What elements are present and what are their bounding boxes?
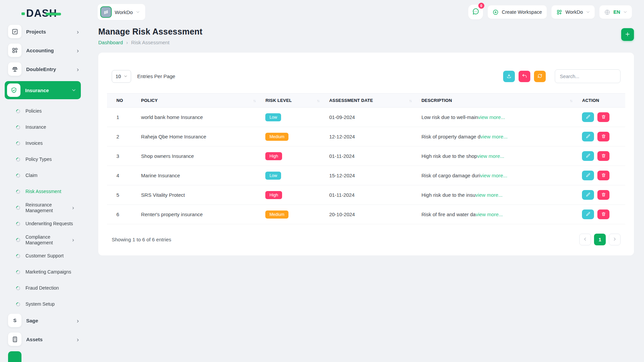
- sidebar-subitem-customer-support[interactable]: Customer Support: [16, 249, 82, 263]
- cell-no: 4: [107, 166, 137, 185]
- topbar-actions: 0 Create Workspace WorkDo EN: [468, 5, 632, 19]
- sidebar-item-projects[interactable]: Projects ›: [5, 25, 82, 38]
- view-more-link[interactable]: view more...: [480, 173, 507, 178]
- previous-page-button[interactable]: [579, 234, 591, 245]
- tasks-icon: [8, 25, 21, 38]
- cell-policy: Shop owners Insurance: [137, 146, 262, 166]
- breadcrumb-dashboard-link[interactable]: Dashboard: [98, 40, 123, 45]
- sidebar-item-doubleentry[interactable]: DoubleEntry ›: [5, 62, 82, 76]
- search-input[interactable]: [555, 69, 621, 83]
- delete-button[interactable]: [597, 151, 609, 161]
- edit-button[interactable]: [582, 209, 594, 219]
- edit-button[interactable]: [582, 151, 594, 161]
- sidebar-subitem-label: Invoices: [25, 140, 76, 146]
- chevron-right-icon: ›: [72, 204, 82, 211]
- chat-icon: [472, 8, 479, 16]
- view-more-link[interactable]: view more...: [475, 192, 502, 198]
- chevron-left-icon: [583, 237, 587, 242]
- cell-action: [578, 146, 625, 166]
- create-workspace-button[interactable]: Create Workspace: [488, 5, 547, 19]
- refresh-button[interactable]: [534, 71, 546, 82]
- delete-button[interactable]: [597, 112, 609, 122]
- sidebar-subitem-policy-types[interactable]: Policy Types: [16, 153, 82, 166]
- table-header-row: NOPOLICY↑↓RISK LEVEL↑↓ASSESSMENT DATE↑↓D…: [107, 94, 625, 108]
- column-header-risk-level[interactable]: RISK LEVEL↑↓: [261, 94, 325, 108]
- sidebar-subitem-underwriting-requests[interactable]: Underwriting Requests: [16, 217, 82, 231]
- sidebar-subitem-label: Reinsurance Management: [25, 202, 67, 214]
- sidebar-item-label: Projects: [26, 29, 72, 35]
- breadcrumb: Dashboard › Risk Assessment: [98, 40, 203, 45]
- delete-button[interactable]: [597, 190, 609, 200]
- reset-button[interactable]: [519, 71, 530, 82]
- cell-description: Risk of fire and water daview more...: [417, 205, 578, 224]
- bullet-circle-icon: [15, 269, 21, 275]
- edit-button[interactable]: [582, 112, 594, 122]
- workspace-switcher[interactable]: WorkDo: [98, 4, 145, 20]
- column-header-policy[interactable]: POLICY↑↓: [137, 94, 262, 108]
- cell-risk-level: Low: [261, 166, 325, 185]
- plus-circle-icon: [492, 9, 499, 15]
- pencil-icon: [586, 114, 591, 120]
- edit-button[interactable]: [582, 171, 594, 180]
- pencil-icon: [586, 192, 591, 198]
- sidebar-subitem-system-setup[interactable]: System Setup: [16, 298, 82, 311]
- sidebar-item-insurance[interactable]: Insurance: [5, 81, 81, 99]
- calculator-icon: [8, 333, 21, 346]
- next-page-button[interactable]: [609, 234, 621, 245]
- sidebar-subitem-label: Underwriting Requests: [25, 221, 76, 227]
- column-header-action[interactable]: ACTION: [578, 94, 625, 108]
- cell-no: 2: [107, 127, 137, 146]
- view-more-link[interactable]: view more...: [480, 134, 507, 139]
- cell-description: Risk of cargo damage duriview more...: [417, 166, 578, 185]
- download-icon: [506, 73, 512, 80]
- sidebar-item-assets[interactable]: Assets ›: [5, 333, 82, 346]
- view-more-link[interactable]: view more...: [477, 153, 504, 159]
- page-number-button[interactable]: 1: [594, 234, 606, 245]
- add-risk-assessment-button[interactable]: [621, 28, 634, 41]
- sidebar-subitem-fraud-detection[interactable]: Fraud Detection: [16, 282, 82, 295]
- edit-button[interactable]: [582, 132, 594, 141]
- column-header-assessment-date[interactable]: ASSESSMENT DATE↑↓: [325, 94, 417, 108]
- risk-level-badge: Medium: [265, 210, 288, 219]
- workspace-menu-label: WorkDo: [566, 9, 583, 15]
- column-header-description[interactable]: DESCRIPTION↑↓: [417, 94, 578, 108]
- dash-logo[interactable]: DASH: [0, 7, 86, 20]
- sidebar-subitem-claim[interactable]: Claim: [16, 169, 82, 182]
- sidebar-subitem-marketing-campaigns[interactable]: Marketing Campaigns: [16, 265, 82, 279]
- shield-icon: [7, 83, 20, 97]
- sidebar-subitem-risk-assessment[interactable]: Risk Assessment: [16, 185, 82, 198]
- view-more-link[interactable]: view more...: [478, 114, 505, 120]
- export-button[interactable]: [503, 71, 515, 82]
- sidebar-item-label: Insurance: [25, 87, 67, 93]
- sort-icon: ↑↓: [253, 99, 257, 103]
- delete-button[interactable]: [597, 132, 609, 141]
- column-header-no[interactable]: NO: [107, 94, 137, 108]
- view-more-link[interactable]: view more...: [476, 212, 503, 217]
- workspace-name: WorkDo: [115, 9, 133, 15]
- sidebar-subitem-compliance-management[interactable]: Compliance Management ›: [16, 233, 82, 247]
- chevron-down-icon: [136, 10, 140, 14]
- sidebar-subitem-label: Customer Support: [25, 253, 76, 259]
- language-selector[interactable]: EN: [599, 5, 632, 19]
- sidebar-item-sage[interactable]: S Sage ›: [5, 314, 82, 327]
- cell-action: [578, 127, 625, 146]
- sidebar-subitem-insurance[interactable]: Insurance: [16, 121, 82, 134]
- sidebar-subitem-invoices[interactable]: Invoices: [16, 137, 82, 150]
- table-controls: 10 Entries Per Page: [107, 62, 625, 93]
- delete-button[interactable]: [597, 209, 609, 219]
- delete-button[interactable]: [597, 171, 609, 180]
- cell-risk-level: Medium: [261, 205, 325, 224]
- edit-button[interactable]: [582, 190, 594, 200]
- sidebar-item-partial-icon[interactable]: [8, 351, 21, 362]
- bullet-circle-icon: [15, 221, 21, 227]
- sidebar-item-accounting[interactable]: Accounting ›: [5, 44, 82, 57]
- workspace-menu-button[interactable]: WorkDo: [551, 5, 595, 19]
- sidebar-subitem-reinsurance-management[interactable]: Reinsurance Management ›: [16, 201, 82, 215]
- entries-per-page-select[interactable]: 10: [112, 70, 131, 83]
- cell-assessment-date: 20-10-2024: [325, 205, 417, 224]
- sidebar-subitem-policies[interactable]: Policies: [16, 105, 82, 118]
- bullet-circle-icon: [15, 205, 21, 211]
- cell-no: 6: [107, 205, 137, 224]
- entries-per-page-label: Entries Per Page: [137, 73, 175, 79]
- messages-button[interactable]: 0: [468, 5, 483, 19]
